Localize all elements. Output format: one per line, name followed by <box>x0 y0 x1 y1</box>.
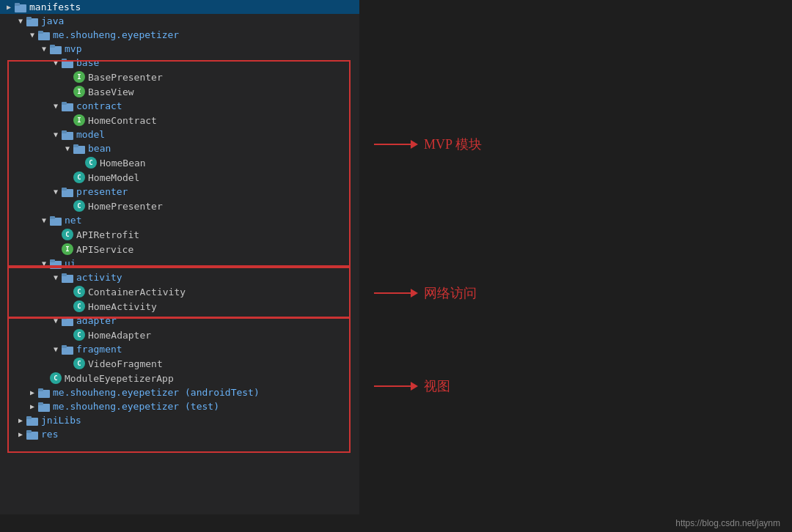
tree-item-fragment[interactable]: ▼ fragment <box>0 342 359 356</box>
icon-home-activity: C <box>73 300 85 312</box>
tree-item-me-shouheng[interactable]: ▼ me.shouheng.eyepetizer <box>0 28 359 42</box>
tree-item-mvp[interactable]: ▼ mvp <box>0 42 359 56</box>
label-home-contract: HomeContract <box>88 115 157 126</box>
label-mvp: mvp <box>65 43 81 54</box>
icon-base-view: I <box>73 86 85 97</box>
arrow-mvp-annotation <box>374 137 418 152</box>
label-home-bean: HomeBean <box>100 158 146 169</box>
tree-item-home-bean[interactable]: C HomeBean <box>0 155 359 170</box>
tree-item-java[interactable]: ▼ java <box>0 14 359 28</box>
tree-item-contract[interactable]: ▼ contract <box>0 99 359 113</box>
annotation-area: MVP 模块 网络访问 视图 <box>359 0 792 532</box>
tree-item-home-model[interactable]: C HomeModel <box>0 170 359 185</box>
annotation-net: 网络访问 <box>374 284 477 302</box>
label-res: res <box>41 429 58 440</box>
arrow-ui: ▼ <box>38 259 50 267</box>
arrow-manifests: ▶ <box>3 3 15 11</box>
svg-rect-5 <box>38 31 43 34</box>
label-base: base <box>76 57 99 68</box>
tree-item-manifests[interactable]: ▶ manifests <box>0 0 359 14</box>
label-test: me.shouheng.eyepetizer (test) <box>53 401 219 412</box>
tree-item-api-retrofit[interactable]: C APIRetrofit <box>0 227 359 242</box>
bottom-bar: https://blog.csdn.net/jaynm <box>0 514 792 532</box>
tree-item-home-activity[interactable]: C HomeActivity <box>0 299 359 314</box>
tree-item-base-presenter[interactable]: I BasePresenter <box>0 70 359 84</box>
label-home-activity: HomeActivity <box>88 301 157 312</box>
tree-item-module-app[interactable]: C ModuleEyepetizerApp <box>0 371 359 385</box>
label-java: java <box>41 15 64 26</box>
icon-home-contract: I <box>73 114 85 126</box>
label-ui-annotation: 视图 <box>424 377 450 395</box>
tree-item-home-adapter[interactable]: C HomeAdapter <box>0 328 359 342</box>
folder-icon-jni-libs <box>26 415 38 426</box>
tree-item-presenter[interactable]: ▼ presenter <box>0 185 359 199</box>
tree-item-res[interactable]: ▶ res <box>0 427 359 441</box>
label-jni-libs: jniLibs <box>41 415 81 426</box>
arrow-presenter: ▼ <box>50 188 62 196</box>
icon-video-fragment: C <box>73 358 85 369</box>
label-ui: ui <box>65 258 76 269</box>
arrow-test: ▶ <box>26 402 38 410</box>
folder-icon-java <box>26 16 38 26</box>
file-tree-panel: ▶ manifests ▼ java ▼ <box>0 0 359 532</box>
label-container-activity: ContainerActivity <box>88 287 186 298</box>
folder-icon-presenter <box>62 187 73 197</box>
tree-item-base[interactable]: ▼ base <box>0 56 359 70</box>
svg-rect-27 <box>62 345 67 348</box>
tree-item-api-service[interactable]: I APIService <box>0 242 359 256</box>
arrow-adapter: ▼ <box>50 317 62 325</box>
svg-rect-35 <box>26 430 32 433</box>
label-fragment: fragment <box>76 344 122 355</box>
arrow-mvp: ▼ <box>38 45 50 53</box>
tree-item-test[interactable]: ▶ me.shouheng.eyepetizer (test) <box>0 399 359 413</box>
svg-rect-25 <box>62 317 67 319</box>
icon-home-adapter: C <box>73 329 85 341</box>
tree-item-model[interactable]: ▼ model <box>0 128 359 141</box>
folder-icon-net <box>50 215 62 226</box>
svg-rect-3 <box>26 17 32 20</box>
icon-home-presenter: C <box>73 200 85 212</box>
folder-icon-fragment <box>62 344 73 355</box>
folder-icon-base <box>62 58 73 68</box>
svg-rect-21 <box>50 259 55 262</box>
folder-icon-contract <box>62 101 73 111</box>
icon-container-activity: C <box>73 286 85 298</box>
tree-item-adapter[interactable]: ▼ adapter <box>0 314 359 328</box>
tree-item-jni-libs[interactable]: ▶ jniLibs <box>0 413 359 427</box>
annotation-mvp: MVP 模块 <box>374 136 482 153</box>
tree-item-home-presenter[interactable]: C HomePresenter <box>0 199 359 213</box>
arrow-jni-libs: ▶ <box>15 416 26 424</box>
arrow-base: ▼ <box>50 59 62 67</box>
tree-item-ui[interactable]: ▼ ui <box>0 256 359 270</box>
arrow-bean: ▼ <box>62 144 73 152</box>
tree-item-net[interactable]: ▼ net <box>0 213 359 227</box>
tree-item-video-fragment[interactable]: C VideoFragment <box>0 356 359 371</box>
svg-rect-7 <box>50 45 55 48</box>
label-api-service: APIService <box>76 244 133 255</box>
svg-rect-19 <box>50 216 55 219</box>
folder-icon-android-test <box>38 388 50 398</box>
tree-item-activity[interactable]: ▼ activity <box>0 270 359 284</box>
tree-item-base-view[interactable]: I BaseView <box>0 84 359 99</box>
svg-rect-31 <box>38 402 43 405</box>
folder-icon-manifests <box>15 2 26 12</box>
tree-item-container-activity[interactable]: C ContainerActivity <box>0 284 359 299</box>
label-mvp-annotation: MVP 模块 <box>424 136 482 153</box>
icon-module-app: C <box>50 372 62 384</box>
arrow-ui-annotation <box>374 379 418 394</box>
icon-home-model: C <box>73 171 85 183</box>
label-android-test: me.shouheng.eyepetizer (androidTest) <box>53 387 260 398</box>
label-net: net <box>65 215 81 226</box>
label-adapter: adapter <box>76 315 117 326</box>
tree-item-bean[interactable]: ▼ bean <box>0 141 359 155</box>
folder-icon-res <box>26 429 38 440</box>
label-module-app: ModuleEyepetizerApp <box>65 373 174 384</box>
tree-item-android-test[interactable]: ▶ me.shouheng.eyepetizer (androidTest) <box>0 385 359 399</box>
label-base-presenter: BasePresenter <box>88 72 163 83</box>
tree-item-home-contract[interactable]: I HomeContract <box>0 113 359 128</box>
label-home-presenter: HomePresenter <box>88 201 163 212</box>
folder-icon-me-shouheng <box>38 30 50 40</box>
label-net-annotation: 网络访问 <box>424 284 477 302</box>
arrow-android-test: ▶ <box>26 388 38 396</box>
bottom-url: https://blog.csdn.net/jaynm <box>675 518 780 528</box>
